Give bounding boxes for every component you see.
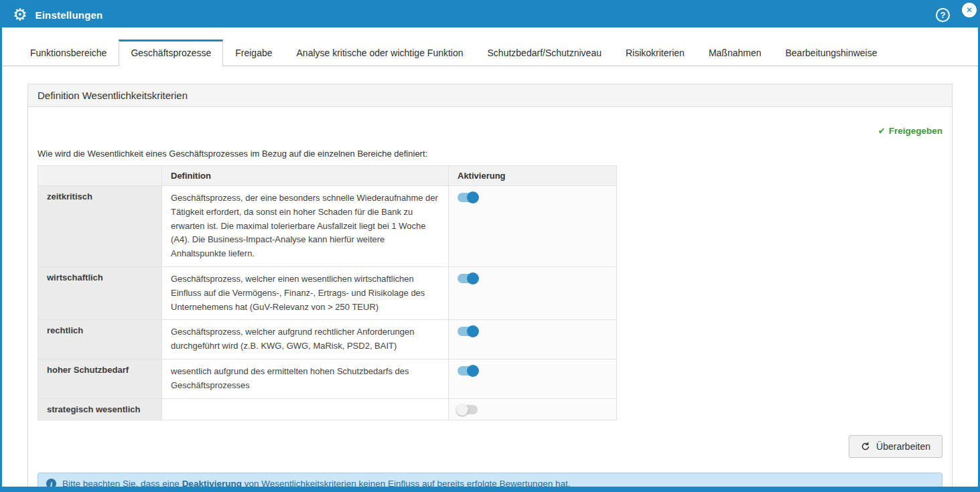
- activation-toggle[interactable]: [458, 274, 478, 283]
- column-header-activation: Aktivierung: [449, 166, 617, 186]
- table-row: rechtlich Geschäftsprozess, welcher aufg…: [38, 320, 617, 359]
- tab-label: Analyse kritische oder wichtige Funktion: [297, 48, 464, 58]
- help-button[interactable]: ?: [936, 8, 950, 22]
- row-label: rechtlich: [38, 320, 162, 359]
- tab-label: Freigabe: [235, 48, 272, 58]
- table-header-row: Definition Aktivierung: [38, 166, 617, 186]
- table-row: wirtschaftlich Geschäftsprozess, welcher…: [38, 266, 617, 319]
- table-row: zeitkritisch Geschäftsprozess, der eine …: [38, 186, 617, 267]
- status-line: ✔Freigegeben: [36, 115, 944, 143]
- row-definition: [162, 398, 449, 420]
- notice-text: Bitte beachten Sie, dass eine Deaktivier…: [62, 479, 570, 489]
- activation-toggle[interactable]: [458, 327, 478, 336]
- tab-funktionsbereiche[interactable]: Funktionsbereiche: [18, 39, 119, 66]
- status-label: Freigegeben: [889, 126, 942, 136]
- column-header-empty: [38, 166, 162, 186]
- tab-label: Bearbeitungshinweise: [786, 48, 878, 58]
- tab-bearbeitungshinweise[interactable]: Bearbeitungshinweise: [774, 39, 890, 66]
- panel-body: ✔Freigegeben Wie wird die Wesentlichkeit…: [28, 107, 952, 492]
- close-button[interactable]: ✕: [962, 3, 977, 17]
- criteria-table-body: zeitkritisch Geschäftsprozess, der eine …: [38, 186, 617, 420]
- row-label: zeitkritisch: [38, 186, 162, 267]
- rework-button-label: Überarbeiten: [876, 441, 930, 452]
- criteria-panel: Definition Wesentlichkeitskriterien ✔Fre…: [27, 84, 953, 492]
- row-label: hoher Schutzbedarf: [38, 359, 162, 398]
- row-activation-cell: [449, 266, 617, 319]
- info-icon: i: [46, 479, 56, 489]
- tab-maßnahmen[interactable]: Maßnahmen: [697, 39, 774, 66]
- tab-label: Funktionsbereiche: [30, 48, 107, 58]
- row-label: wirtschaftlich: [38, 266, 162, 319]
- activation-toggle[interactable]: [458, 366, 478, 376]
- activation-toggle[interactable]: [458, 405, 478, 414]
- criteria-table: Definition Aktivierung zeitkritisch Gesc…: [38, 165, 617, 420]
- tab-schutzbedarf-schutzniveau[interactable]: Schutzbedarf/Schutzniveau: [476, 39, 614, 66]
- row-definition: Geschäftsprozess, der eine besonders sch…: [162, 186, 449, 267]
- notice-bar: i Bitte beachten Sie, dass eine Deaktivi…: [38, 473, 942, 492]
- window-title: Einstellungen: [36, 9, 103, 21]
- tab-analyse-kritische-oder-wichtige-funktion[interactable]: Analyse kritische oder wichtige Funktion: [285, 39, 476, 66]
- row-definition: Geschäftsprozess, welcher einen wesentli…: [162, 266, 449, 319]
- status-badge: ✔Freigegeben: [878, 126, 942, 136]
- tab-label: Risikokriterien: [626, 48, 685, 58]
- table-row: strategisch wesentlich: [38, 398, 617, 420]
- row-label: strategisch wesentlich: [38, 398, 162, 420]
- settings-window: ⚙ Einstellungen ? ✕ Funktionsbereiche Ge…: [0, 0, 980, 492]
- title-bar: ⚙ Einstellungen ?: [2, 2, 978, 27]
- table-row: hoher Schutzbedarf wesentlich aufgrund d…: [38, 359, 617, 398]
- gear-icon: ⚙: [13, 7, 27, 23]
- row-definition: Geschäftsprozess, welcher aufgrund recht…: [162, 320, 449, 359]
- row-activation-cell: [449, 359, 617, 398]
- tab-label: Geschäftsprozesse: [131, 48, 211, 58]
- row-definition: wesentlich aufgrund des ermittelten hohe…: [162, 359, 449, 398]
- activation-toggle[interactable]: [458, 193, 478, 202]
- check-icon: ✔: [878, 126, 886, 136]
- notice-bold: Deaktivierung: [182, 479, 242, 489]
- row-activation-cell: [449, 398, 617, 420]
- content-area: Definition Wesentlichkeitskriterien ✔Fre…: [2, 66, 978, 492]
- rework-button[interactable]: Überarbeiten: [849, 435, 942, 458]
- refresh-icon: [861, 442, 870, 451]
- tab-label: Maßnahmen: [709, 48, 762, 58]
- button-row: Überarbeiten: [36, 435, 942, 458]
- column-header-definition: Definition: [162, 166, 449, 186]
- intro-text: Wie wird die Wesentlichkeit eines Geschä…: [38, 149, 944, 159]
- panel-title: Definition Wesentlichkeitskriterien: [28, 84, 952, 107]
- tab-geschäftsprozesse[interactable]: Geschäftsprozesse: [119, 39, 223, 66]
- tab-bar: Funktionsbereiche Geschäftsprozesse Frei…: [2, 27, 978, 66]
- row-activation-cell: [449, 186, 617, 267]
- tab-freigabe[interactable]: Freigabe: [223, 39, 284, 66]
- tab-label: Schutzbedarf/Schutzniveau: [488, 48, 602, 58]
- tab-risikokriterien[interactable]: Risikokriterien: [614, 39, 697, 66]
- row-activation-cell: [449, 320, 617, 359]
